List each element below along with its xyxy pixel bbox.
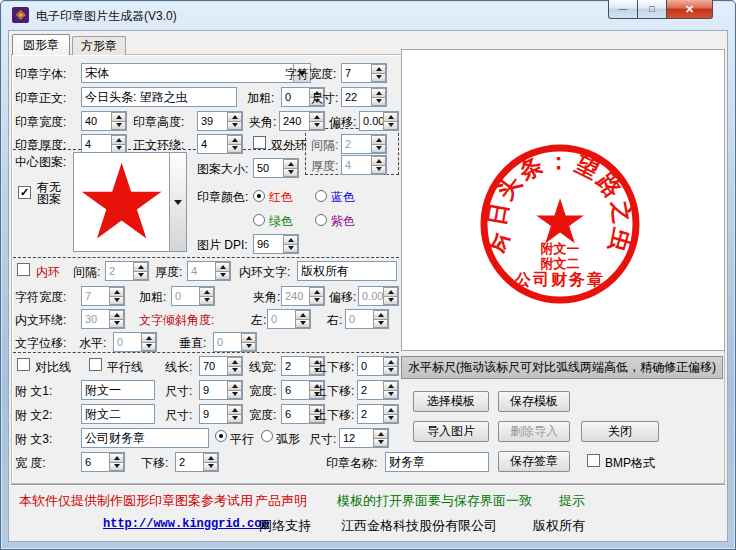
offset-spinner[interactable]: 0.000 [359, 111, 399, 131]
spin-up-icon[interactable] [283, 159, 298, 169]
spin-down-icon[interactable] [371, 166, 386, 175]
spin-up-icon[interactable] [309, 112, 324, 122]
spin-down-icon[interactable] [111, 122, 126, 131]
tilt-right-spinner[interactable]: 0 [345, 309, 389, 329]
spin-up-icon[interactable] [109, 310, 124, 320]
spin-down-icon[interactable] [383, 391, 398, 400]
save-template-button[interactable]: 保存模板 [498, 391, 570, 412]
spin-down-icon[interactable] [215, 272, 230, 281]
seal-width-spinner[interactable]: 40 [81, 111, 127, 131]
spinner-buttons[interactable] [371, 156, 386, 174]
parallel-radio[interactable] [215, 430, 227, 442]
pattern-dropdown[interactable]: ★ [73, 152, 187, 252]
tab-square-seal[interactable]: 方形章 [72, 36, 126, 55]
arc-radio[interactable] [261, 430, 273, 442]
spin-down-icon[interactable] [203, 463, 218, 472]
char-width-spinner[interactable]: 7 [341, 63, 387, 83]
double-ring-checkbox[interactable] [253, 136, 266, 149]
spin-down-icon[interactable] [109, 320, 124, 329]
save-seal-button[interactable]: 保存签章 [498, 451, 570, 472]
spinner-buttons[interactable] [295, 310, 310, 328]
spin-up-icon[interactable] [371, 135, 386, 145]
spin-down-icon[interactable] [141, 343, 156, 352]
text-wrap-spinner[interactable]: 4 [197, 134, 243, 154]
spin-up-icon[interactable] [141, 333, 156, 343]
line-updown-spinner[interactable]: 0 [357, 356, 399, 376]
appendix3-input[interactable]: 公司财务章 [81, 428, 209, 448]
spinner-buttons[interactable] [371, 88, 386, 106]
spinner-buttons[interactable] [241, 333, 256, 351]
spin-up-icon[interactable] [227, 405, 242, 415]
inner-ring-checkbox[interactable] [17, 263, 30, 276]
spinner-buttons[interactable] [283, 159, 298, 177]
spinner-buttons[interactable] [283, 235, 298, 253]
spinner-buttons[interactable] [109, 287, 124, 305]
line-length-spinner[interactable]: 70 [199, 356, 243, 376]
spin-up-icon[interactable] [373, 310, 388, 320]
website-link[interactable]: http://www.kinggrid.com [103, 517, 269, 531]
inner-offset-spinner[interactable]: 0.000 [358, 286, 399, 306]
spinner-buttons[interactable] [203, 453, 218, 471]
spin-down-icon[interactable] [371, 145, 386, 154]
seal-text-input[interactable]: 今日头条: 望路之虫 [81, 87, 237, 107]
inner-angle-spinner[interactable]: 240 [281, 286, 325, 306]
spin-up-icon[interactable] [109, 287, 124, 297]
appendix2-input[interactable]: 附文二 [81, 404, 155, 424]
spin-up-icon[interactable] [309, 287, 324, 297]
spin-down-icon[interactable] [371, 74, 386, 83]
import-image-button[interactable]: 导入图片 [413, 421, 489, 442]
spinner-buttons[interactable] [309, 112, 324, 130]
spin-up-icon[interactable] [227, 112, 242, 122]
product-statement-link[interactable]: 产品声明 [255, 492, 307, 510]
spinner-buttons[interactable] [383, 112, 398, 130]
spin-up-icon[interactable] [383, 381, 398, 391]
inner-text-input[interactable]: 版权所有 [297, 261, 397, 281]
spin-up-icon[interactable] [227, 381, 242, 391]
spin-up-icon[interactable] [295, 310, 310, 320]
spin-up-icon[interactable] [371, 64, 386, 74]
spin-up-icon[interactable] [111, 135, 126, 145]
spin-down-icon[interactable] [383, 122, 398, 131]
spin-up-icon[interactable] [133, 262, 148, 272]
spinner-buttons[interactable] [383, 405, 398, 423]
appendix1-updown-spinner[interactable]: 2 [357, 380, 399, 400]
appendix1-size-spinner[interactable]: 9 [199, 380, 243, 400]
spin-down-icon[interactable] [309, 122, 324, 131]
pattern-size-spinner[interactable]: 50 [253, 158, 299, 178]
seal-name-input[interactable]: 财务章 [385, 452, 489, 472]
spin-up-icon[interactable] [227, 357, 242, 367]
spin-up-icon[interactable] [111, 112, 126, 122]
seal-thickness-spinner[interactable]: 4 [81, 134, 127, 154]
inner-wrap-spinner[interactable]: 30 [81, 309, 125, 329]
dpi-spinner[interactable]: 96 [253, 234, 299, 254]
spin-up-icon[interactable] [283, 235, 298, 245]
spinner-buttons[interactable] [227, 405, 242, 423]
spin-down-icon[interactable] [199, 297, 214, 306]
spin-down-icon[interactable] [383, 367, 398, 376]
shift-vertical-spinner[interactable]: 0 [213, 332, 257, 352]
spinner-buttons[interactable] [133, 262, 148, 280]
ring-thickness-spinner[interactable]: 4 [341, 155, 387, 175]
spin-down-icon[interactable] [227, 391, 242, 400]
spin-down-icon[interactable] [227, 415, 242, 424]
spin-down-icon[interactable] [241, 343, 256, 352]
spin-down-icon[interactable] [109, 463, 124, 472]
spinner-buttons[interactable] [199, 287, 214, 305]
spin-up-icon[interactable] [371, 156, 386, 166]
appendix2-size-spinner[interactable]: 9 [199, 404, 243, 424]
inner-gap-spinner[interactable]: 2 [105, 261, 149, 281]
spinner-buttons[interactable] [111, 135, 126, 153]
angle-spinner[interactable]: 240 [279, 111, 325, 131]
maximize-button[interactable]: □ [638, 0, 667, 19]
spin-down-icon[interactable] [373, 439, 388, 448]
spinner-buttons[interactable] [109, 453, 124, 471]
bmp-format-checkbox[interactable] [587, 454, 600, 467]
spinner-buttons[interactable] [371, 135, 386, 153]
spinner-buttons[interactable] [383, 357, 398, 375]
appendix3-width-spinner[interactable]: 6 [81, 452, 125, 472]
spin-up-icon[interactable] [203, 453, 218, 463]
spinner-buttons[interactable] [371, 64, 386, 82]
appendix1-input[interactable]: 附文一 [81, 380, 155, 400]
chevron-down-icon[interactable] [169, 153, 186, 251]
spin-down-icon[interactable] [295, 320, 310, 329]
